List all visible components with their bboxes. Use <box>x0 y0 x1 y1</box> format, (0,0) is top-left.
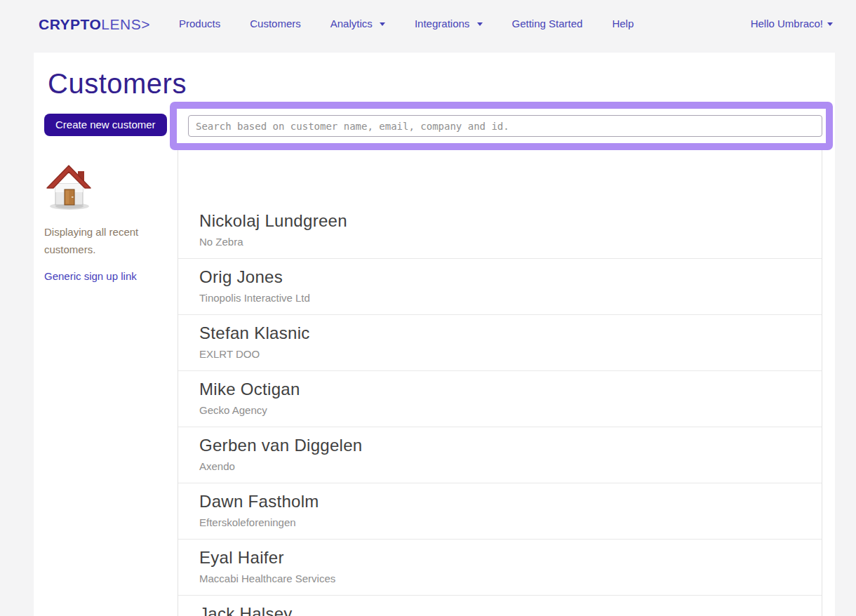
customer-name: Orig Jones <box>199 267 801 288</box>
nav-item-label: Analytics <box>330 18 373 29</box>
user-menu-label: Hello Umbraco! <box>751 18 823 29</box>
nav-item-label: Getting Started <box>512 18 583 29</box>
customer-row[interactable]: Mike Octigan Gecko Agency <box>178 371 822 427</box>
customer-company: EXLRT DOO <box>199 348 801 360</box>
customer-name: Stefan Klasnic <box>199 323 801 344</box>
customer-row[interactable]: Dawn Fastholm Efterskoleforeningen <box>178 483 822 540</box>
nav-item-getting-started[interactable]: Getting Started <box>512 18 583 29</box>
nav-item-products[interactable]: Products <box>179 18 220 29</box>
user-menu[interactable]: Hello Umbraco! <box>751 18 833 29</box>
create-new-customer-button[interactable]: Create new customer <box>44 114 167 136</box>
navbar: CRYPTOLENS> Products Customers Analytics… <box>0 0 856 53</box>
search-container <box>177 109 826 143</box>
customer-row[interactable]: Gerben van Diggelen Axendo <box>178 427 822 483</box>
chevron-down-icon <box>827 22 833 26</box>
nav-item-label: Integrations <box>415 18 469 29</box>
generic-signup-link[interactable]: Generic sign up link <box>44 270 137 282</box>
customer-name: Jack Halsey <box>199 603 801 616</box>
customer-row[interactable]: Stefan Klasnic EXLRT DOO <box>178 315 822 371</box>
customer-row[interactable]: Eyal Haifer Maccabi Healthcare Services <box>178 540 822 596</box>
nav-item-customers[interactable]: Customers <box>250 18 301 29</box>
logo-text-bold: CRYPTO <box>39 16 101 32</box>
nav-item-integrations[interactable]: Integrations <box>415 18 483 29</box>
nav-menu: Products Customers Analytics Integration… <box>179 18 634 29</box>
cryptolens-logo[interactable]: CRYPTOLENS> <box>39 16 150 33</box>
customer-company: Axendo <box>199 460 801 472</box>
home-icon <box>46 161 92 215</box>
customer-company: Gecko Agency <box>199 404 801 416</box>
customer-name: Mike Octigan <box>199 379 801 400</box>
nav-item-label: Help <box>612 18 634 29</box>
customer-row[interactable]: Orig Jones Tinopolis Interactive Ltd <box>178 259 822 315</box>
customer-company: Tinopolis Interactive Ltd <box>199 292 801 304</box>
customer-name: Eyal Haifer <box>199 547 801 568</box>
customer-row[interactable]: Nickolaj Lundgreen No Zebra <box>178 150 822 259</box>
search-input[interactable] <box>188 115 822 137</box>
page-title: Customers <box>48 68 187 100</box>
customer-name: Dawn Fastholm <box>199 491 801 512</box>
main-content: Customers Create new customer Displaying… <box>34 53 835 616</box>
nav-item-label: Customers <box>250 18 301 29</box>
customer-list: Nickolaj Lundgreen No Zebra Orig Jones T… <box>178 150 822 616</box>
customer-company: Efterskoleforeningen <box>199 516 801 528</box>
customer-company: No Zebra <box>199 236 801 248</box>
customer-row[interactable]: Jack Halsey Shout Digital <box>178 596 822 616</box>
customer-company: Maccabi Healthcare Services <box>199 573 801 584</box>
nav-item-help[interactable]: Help <box>612 18 634 29</box>
logo-text-light: LENS> <box>101 16 150 32</box>
search-highlight-frame <box>170 102 833 150</box>
nav-item-analytics[interactable]: Analytics <box>330 18 385 29</box>
sidebar-note: Displaying all recent customers. <box>44 223 163 258</box>
chevron-down-icon <box>477 22 483 26</box>
chevron-down-icon <box>380 22 385 26</box>
nav-item-label: Products <box>179 18 220 29</box>
customer-name: Gerben van Diggelen <box>199 435 801 456</box>
customer-name: Nickolaj Lundgreen <box>199 210 801 232</box>
